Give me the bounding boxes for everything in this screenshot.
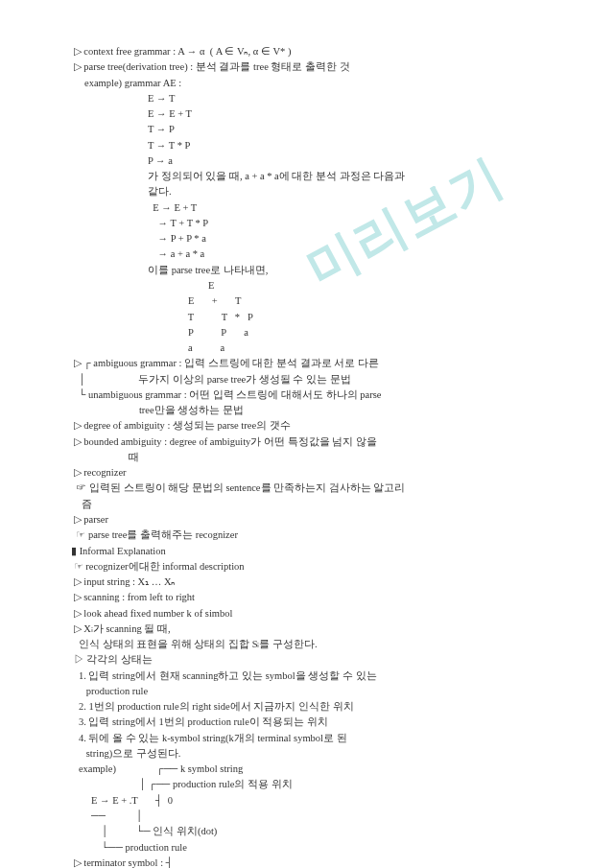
line: ▷ Xᵢ가 scanning 될 때, <box>71 622 556 637</box>
line: → T + T * P <box>71 216 556 231</box>
line: E → E + T <box>71 200 556 216</box>
line: 즘 <box>71 497 556 512</box>
line: ▷ recognizer <box>71 465 556 481</box>
line: 1. 입력 string에서 현재 scanning하고 있는 symbol을 … <box>71 669 556 684</box>
line: tree만을 생성하는 문법 <box>71 403 556 418</box>
line: ☞ parse tree를 출력해주는 recognizer <box>71 528 556 543</box>
line: ── │ <box>71 809 556 824</box>
line: 가 정의되어 있을 때, a + a * a에 대한 분석 과정은 다음과 <box>71 169 556 184</box>
line: 인식 상태의 표현을 위해 상태의 집합 Sᵢ를 구성한다. <box>71 637 556 652</box>
line: ▷ ┌ ambiguous grammar : 입력 스트링에 대한 분석 결과… <box>71 356 556 371</box>
line: 2. 1번의 production rule의 right side에서 지금까… <box>71 699 556 715</box>
line: ▷ parser <box>71 512 556 528</box>
line: ▷ terminator symbol : ┤ <box>71 856 556 868</box>
line: P → a <box>71 153 556 169</box>
line: T T * P <box>71 310 556 325</box>
line: │ ┌── production rule의 적용 위치 <box>71 777 556 792</box>
line: 이를 parse tree로 나타내면, <box>71 263 556 278</box>
line: 같다. <box>71 184 556 199</box>
line: T → P <box>71 122 556 137</box>
line: E + T <box>71 293 556 309</box>
line: └ unambiguous grammar : 어떤 입력 스트링에 대해서도 … <box>71 387 556 403</box>
line: string)으로 구성된다. <box>71 746 556 762</box>
line: ▷ 각각의 상태는 <box>71 652 556 668</box>
line: 때 <box>71 450 556 465</box>
line: production rule <box>71 684 556 699</box>
line: → a + a * a <box>71 246 556 262</box>
document-page: 미리보기 ▷ context free grammar : A → α ( A … <box>0 0 614 868</box>
line: → P + P * a <box>71 231 556 246</box>
line: P P a <box>71 325 556 340</box>
line: ▷ degree of ambiguity : 생성되는 parse tree의… <box>71 418 556 434</box>
line: └── production rule <box>71 840 556 856</box>
line: ▷ input string : X₁ … Xₙ <box>71 575 556 590</box>
line: ☞ 입력된 스트링이 해당 문법의 sentence를 만족하는지 검사하는 알… <box>71 481 556 496</box>
line: T → T * P <box>71 138 556 153</box>
line: │ 두가지 이상의 parse tree가 생성될 수 있는 문법 <box>71 372 556 387</box>
line: a a <box>71 340 556 356</box>
line: E <box>71 278 556 293</box>
line: 3. 입력 string에서 1번의 production rule이 적용되는… <box>71 715 556 730</box>
line: ▷ context free grammar : A → α ( A ∈ Vₙ,… <box>71 44 556 59</box>
line: E → T <box>71 91 556 106</box>
line: ▮ Informal Explanation <box>71 544 556 559</box>
line: ▷ bounded ambiguity : degree of ambiguit… <box>71 434 556 450</box>
line: E → E + .T ┤ 0 <box>71 793 556 809</box>
line: ▷ parse tree(derivation tree) : 분석 결과를 t… <box>71 59 556 75</box>
line: ▷ look ahead fixed number k of simbol <box>71 606 556 622</box>
line: │ └─ 인식 위치(dot) <box>71 824 556 839</box>
line: example) grammar AE : <box>71 76 556 91</box>
line: example) ┌── k symbol string <box>71 762 556 777</box>
line: 4. 뒤에 올 수 있는 k-symbol string(k개의 termina… <box>71 731 556 746</box>
line: ▷ scanning : from left to right <box>71 590 556 605</box>
line: E → E + T <box>71 106 556 122</box>
line: ☞ recognizer에대한 informal description <box>71 559 556 575</box>
